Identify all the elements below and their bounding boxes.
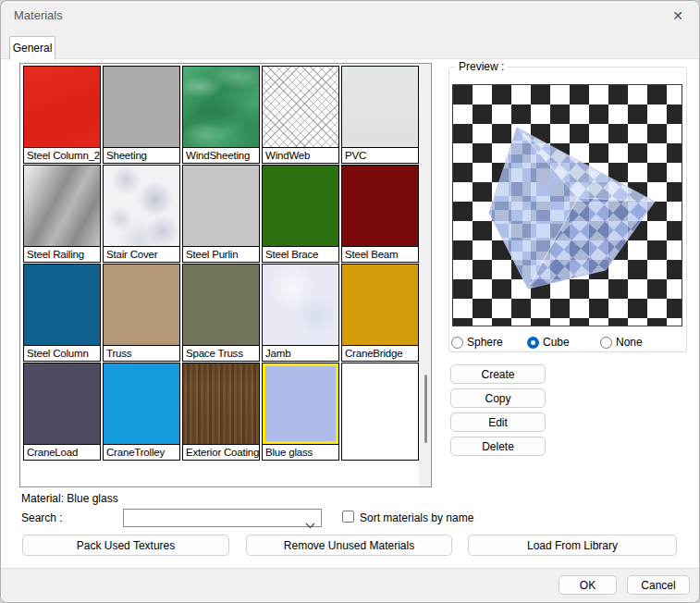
material-swatch (24, 166, 100, 246)
sort-checkbox-label: Sort materials by name (360, 511, 473, 524)
pack-used-textures-button[interactable]: Pack Used Textures (22, 535, 229, 556)
search-input[interactable] (123, 509, 322, 527)
material-name: Steel Column_2 (24, 147, 100, 163)
materials-dialog: Materials ✕ General Steel Column_2 Sheet… (0, 0, 700, 603)
radio-icon (527, 337, 539, 349)
material-name: Steel Railing (24, 246, 100, 262)
shape-radio-label: Cube (543, 336, 570, 349)
tab-strip (1, 29, 699, 59)
create-button[interactable]: Create (450, 364, 546, 384)
material-swatch (263, 265, 338, 345)
material-cell[interactable]: Stair Cover (103, 165, 180, 263)
material-name: Steel Column (24, 345, 100, 361)
material-cell[interactable]: Space Truss (182, 264, 260, 362)
shape-radio-sphere[interactable]: Sphere (451, 336, 503, 349)
material-name: CraneTrolley (104, 444, 179, 460)
edit-button[interactable]: Edit (450, 412, 546, 432)
material-name: Steel Beam (342, 246, 418, 262)
material-name: Space Truss (183, 345, 259, 361)
material-swatch (183, 166, 259, 246)
material-cell[interactable]: WindSheeting (182, 66, 260, 164)
material-swatch (342, 67, 418, 147)
close-button[interactable]: ✕ (664, 5, 692, 27)
tab-general[interactable]: General (9, 36, 55, 60)
remove-unused-materials-button[interactable]: Remove Unused Materials (246, 535, 452, 556)
material-cell[interactable]: Steel Column (23, 264, 101, 362)
chevron-down-icon[interactable] (305, 516, 315, 533)
preview-cube-image (453, 85, 682, 326)
ok-button[interactable]: OK (559, 575, 617, 595)
material-swatch (263, 166, 338, 246)
preview-render (452, 84, 682, 326)
material-swatch (183, 265, 259, 345)
material-swatch (24, 265, 100, 345)
shape-radio-cube[interactable]: Cube (527, 336, 570, 349)
material-swatch (183, 363, 259, 444)
material-name: Blue glass (263, 444, 338, 460)
material-swatch (104, 265, 179, 345)
material-swatch (342, 363, 418, 444)
material-swatch (104, 363, 179, 444)
material-cell[interactable]: WindWeb (262, 66, 339, 164)
material-cell[interactable]: Steel Beam (341, 165, 419, 263)
material-cell[interactable]: Blue glass (262, 363, 339, 461)
preview-shape-options: Sphere Cube None (448, 334, 687, 351)
material-swatch (24, 363, 100, 444)
material-swatch (183, 67, 259, 147)
material-swatch (104, 166, 179, 246)
window-title: Materials (14, 8, 63, 22)
material-name: Truss (104, 345, 179, 361)
selected-material-label: Material: Blue glass (21, 492, 118, 505)
shape-radio-none[interactable]: None (600, 336, 643, 349)
scrollbar-track[interactable] (419, 64, 431, 486)
material-cell[interactable]: Steel Brace (262, 165, 339, 263)
delete-button[interactable]: Delete (450, 437, 546, 456)
material-name: Exterior Coating (183, 444, 259, 460)
material-name: Steel Brace (263, 246, 338, 262)
material-name: Sheeting (104, 147, 179, 163)
material-name: WindSheeting (183, 147, 259, 163)
material-name: CraneBridge (342, 345, 418, 361)
shape-radio-label: None (616, 336, 643, 349)
material-swatch (342, 166, 418, 246)
material-cell[interactable]: CraneLoad (23, 363, 101, 461)
material-name: Stair Cover (104, 246, 179, 262)
radio-icon (451, 337, 463, 349)
material-swatch (342, 265, 418, 345)
material-cell[interactable]: Exterior Coating (182, 363, 260, 461)
material-cell[interactable]: Steel Railing (23, 165, 101, 263)
sort-checkbox[interactable] (342, 511, 354, 523)
close-icon: ✕ (672, 8, 683, 23)
copy-button[interactable]: Copy (450, 388, 546, 408)
material-name: WindWeb (263, 147, 338, 163)
scrollbar-thumb[interactable] (424, 375, 427, 443)
material-name: CraneLoad (24, 444, 100, 460)
material-cell[interactable]: PVC (341, 66, 419, 164)
radio-icon (600, 337, 612, 349)
material-swatch (263, 363, 338, 444)
material-cell[interactable]: Steel Column_2 (23, 66, 101, 164)
search-label: Search : (21, 511, 63, 524)
shape-radio-label: Sphere (467, 336, 503, 349)
material-cell[interactable]: CraneTrolley (103, 363, 180, 461)
material-name: Steel Purlin (183, 246, 259, 262)
material-list[interactable]: Steel Column_2 Sheeting WindSheeting Win… (19, 63, 432, 487)
preview-group-label: Preview : (455, 60, 508, 73)
material-name (342, 444, 418, 460)
material-swatch (104, 67, 179, 147)
material-swatch (263, 67, 338, 147)
material-swatch (24, 67, 100, 147)
load-from-library-button[interactable]: Load From Library (468, 535, 677, 556)
material-cell[interactable]: Sheeting (103, 66, 180, 164)
material-cell[interactable]: Jamb (262, 264, 339, 362)
material-name: Jamb (263, 345, 338, 361)
material-cell[interactable] (341, 363, 419, 461)
material-cell[interactable]: CraneBridge (341, 264, 419, 362)
material-name: PVC (342, 147, 418, 163)
material-cell[interactable]: Truss (103, 264, 180, 362)
cancel-button[interactable]: Cancel (627, 575, 690, 595)
titlebar: Materials ✕ (1, 1, 699, 29)
material-cell[interactable]: Steel Purlin (182, 165, 260, 263)
